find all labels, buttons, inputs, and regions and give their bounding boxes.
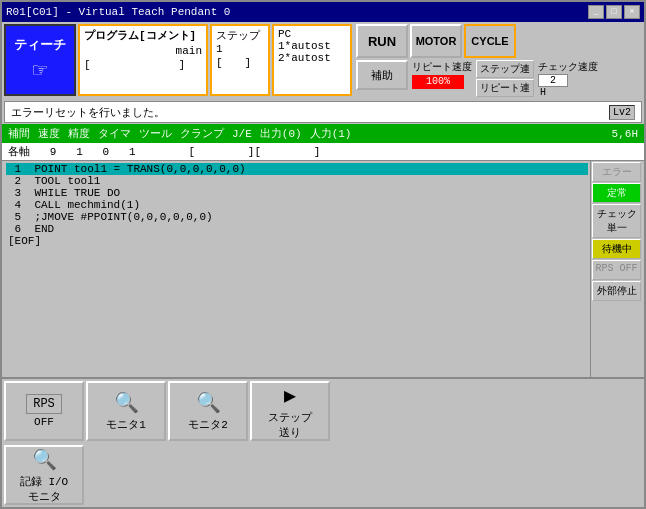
menu-precision[interactable]: 精度 [68,126,90,141]
rps-label: OFF [34,416,54,428]
code-line-1[interactable]: 1 POINT tool1 = TRANS(0,0,0,0,0,0) [6,163,588,175]
step-rensou-section: ステップ連 リピート連 [476,60,534,97]
code-line-6[interactable]: 6 END [6,223,588,235]
record-io-btn[interactable]: 🔍 記録 I/Oモニタ [4,445,84,505]
teach-button[interactable]: ティーチ ☞ [4,24,76,96]
error-message: エラーリセットを行いました。 [11,105,165,120]
title-bar-buttons: _ □ × [588,5,640,19]
title-bar: R01[C01] - Virtual Teach Pendant 0 _ □ × [2,2,644,22]
monitor1-btn[interactable]: 🔍 モニタ1 [86,381,166,441]
pc-label: PC [278,28,346,40]
record-io-label: 記録 I/Oモニタ [20,474,68,504]
menu-clamp[interactable]: クランプ [180,126,224,141]
window-title: R01[C01] - Virtual Teach Pendant 0 [6,6,230,18]
speed-value: 100% [426,76,450,87]
side-status: エラー 定常 チェック単一 待機中 RPS OFF 外部停止 [590,161,642,377]
pc-value1: 1*autost [278,40,346,52]
error-bar: エラーリセットを行いました。 Lv2 [4,101,642,123]
speed-section: 補助 リピート速度 100% ステップ連 リピート連 チェック速度 2 H [356,60,598,98]
check-section: チェック速度 2 H [538,60,598,98]
rps-off-btn[interactable]: RPS OFF [592,260,641,280]
code-line-5[interactable]: 5 ;JMOVE #PPOINT(0,0,0,0,0,0) [6,211,588,223]
rps-off-tool-btn[interactable]: RPS OFF [4,381,84,441]
menu-hokan[interactable]: 補間 [8,126,30,141]
step-send-icon: ▶ [284,383,296,408]
main-window: R01[C01] - Virtual Teach Pendant 0 _ □ ×… [0,0,646,509]
step-label: ステップ [216,28,264,43]
pc-value2: 2*autost [278,52,346,64]
toolbar-row2: 🔍 記録 I/Oモニタ [2,443,644,507]
monitor2-icon: 🔍 [196,390,221,415]
program-box: プログラム[コメント] main [ ] [78,24,208,96]
external-stop-btn[interactable]: 外部停止 [592,281,641,301]
program-label: プログラム[コメント] [84,28,202,43]
error-status-btn[interactable]: エラー [592,162,641,182]
menu-speed[interactable]: 速度 [38,126,60,141]
pc-box: PC 1*autost 2*autost [272,24,352,96]
normal-status-btn[interactable]: 定常 [592,183,641,203]
rps-icon: RPS [26,394,62,414]
toolbar-row1: RPS OFF 🔍 モニタ1 🔍 モニタ2 ▶ ステップ送り [2,379,644,443]
h-label: H [540,87,598,98]
teach-icon: ☞ [33,56,47,85]
motor-button[interactable]: MOTOR [410,24,462,58]
check-speed-label: チェック速度 [538,60,598,74]
bottom-toolbar: RPS OFF 🔍 モニタ1 🔍 モニタ2 ▶ ステップ送り 🔍 [2,377,644,507]
status-label: 各軸 9 1 0 1 [ ][ ] [8,144,320,159]
minimize-button[interactable]: _ [588,5,604,19]
check-single-btn[interactable]: チェック単一 [592,204,641,238]
check-val: 2 [538,74,568,87]
menu-tool[interactable]: ツール [139,126,172,141]
step-bracket: [ ] [216,55,264,70]
program-bracket: [ ] [84,57,202,72]
code-line-2[interactable]: 2 TOOL tool1 [6,175,588,187]
code-line-4[interactable]: 4 CALL mechmind(1) [6,199,588,211]
step-box: ステップ 1 [ ] [210,24,270,96]
menu-je[interactable]: J/E [232,128,252,140]
record-io-icon: 🔍 [32,447,57,472]
ripito-rensou-button[interactable]: リピート連 [476,79,534,97]
step-send-btn[interactable]: ▶ ステップ送り [250,381,330,441]
standby-btn[interactable]: 待機中 [592,239,641,259]
menu-output[interactable]: 出力(0) [260,126,302,141]
speed-indicator: 5,6H [612,128,638,140]
menu-timer[interactable]: タイマ [98,126,131,141]
menu-input[interactable]: 人力(1) [310,126,352,141]
hojo-button[interactable]: 補助 [356,60,408,90]
teach-label: ティーチ [14,36,66,54]
step-send-label: ステップ送り [268,410,312,440]
maximize-button[interactable]: □ [606,5,622,19]
run-button[interactable]: RUN [356,24,408,58]
code-area-container: 1 POINT tool1 = TRANS(0,0,0,0,0,0) 2 TOO… [4,161,642,377]
monitor2-btn[interactable]: 🔍 モニタ2 [168,381,248,441]
lv-badge: Lv2 [609,105,635,120]
status-bar: 各軸 9 1 0 1 [ ][ ] [2,143,644,161]
step-value: 1 [216,43,264,55]
top-section: ティーチ ☞ プログラム[コメント] main [ ] ステップ 1 [ ] P… [2,22,644,100]
eof-line: [EOF] [6,235,588,247]
menu-bar: 補間 速度 精度 タイマ ツール クランプ J/E 出力(0) 人力(1) 5,… [2,124,644,143]
monitor1-label: モニタ1 [106,417,146,432]
code-line-3[interactable]: 3 WHILE TRUE DO [6,187,588,199]
right-controls: RUN MOTOR CYCLE 補助 リピート速度 100% ステップ連 リピー… [356,24,598,98]
close-button[interactable]: × [624,5,640,19]
monitor2-label: モニタ2 [188,417,228,432]
ripito-speed-label: リピート速度 [412,60,472,74]
code-lines: 1 POINT tool1 = TRANS(0,0,0,0,0,0) 2 TOO… [4,161,590,377]
monitor1-icon: 🔍 [114,390,139,415]
cycle-button[interactable]: CYCLE [464,24,516,58]
step-rensou-button[interactable]: ステップ連 [476,60,534,78]
top-buttons-row: RUN MOTOR CYCLE [356,24,598,58]
program-value: main [84,45,202,57]
speed-bar: 100% [412,75,464,89]
